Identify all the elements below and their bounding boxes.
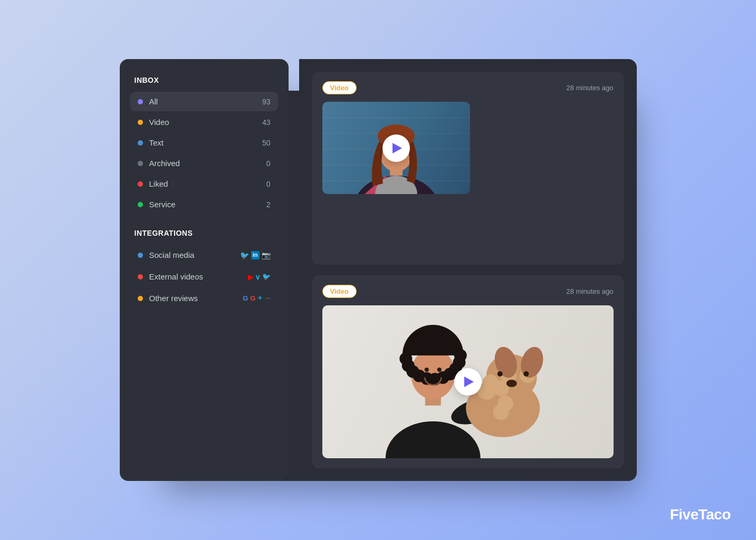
video-card-2-header: Video 28 minutes ago: [322, 285, 614, 298]
sidebar-item-service[interactable]: Service 2: [130, 195, 278, 214]
dot-all: [138, 99, 143, 104]
video-thumbnail-1[interactable]: [322, 102, 470, 194]
sidebar-item-video-label: Video: [149, 118, 262, 127]
sidebar-item-service-count: 2: [266, 200, 271, 209]
dot-liked: [138, 181, 143, 187]
linkedin-icon: in: [251, 251, 260, 259]
integrations-title: INTEGRATIONS: [130, 229, 278, 237]
google2-icon: G: [250, 294, 255, 302]
sidebar-item-external-videos[interactable]: External videos ▶ v 🐦: [130, 266, 278, 287]
sidebar-item-social-media[interactable]: Social media 🐦 in 📷: [130, 245, 278, 265]
sidebar-item-all-label: All: [149, 97, 262, 106]
sidebar-item-text-label: Text: [149, 138, 262, 147]
sidebar-item-liked-label: Liked: [149, 179, 266, 188]
more-icon: ···: [265, 294, 270, 302]
sidebar-item-archived-label: Archived: [149, 159, 266, 168]
dot-social-media: [138, 253, 143, 258]
time-ago-1: 28 minutes ago: [567, 84, 614, 92]
external-videos-label: External videos: [149, 272, 244, 281]
video-card-1: Video 28 minutes ago: [312, 72, 624, 265]
sidebar-item-other-reviews[interactable]: Other reviews G G ✈ ···: [130, 288, 278, 308]
video-card-1-header: Video 28 minutes ago: [322, 81, 614, 94]
other-reviews-label: Other reviews: [149, 294, 239, 303]
social-media-label: Social media: [149, 250, 236, 259]
sidebar-item-text[interactable]: Text 50: [130, 133, 278, 152]
send-icon: ✈: [257, 294, 263, 302]
brand-name: FiveTaco: [670, 506, 731, 523]
dot-video: [138, 120, 143, 125]
dot-other-reviews: [138, 296, 143, 301]
instagram-icon: 📷: [262, 251, 271, 259]
time-ago-2: 28 minutes ago: [567, 287, 614, 295]
play-button-2[interactable]: [454, 368, 482, 396]
sidebar-item-archived-count: 0: [266, 159, 271, 168]
sidebar-item-liked[interactable]: Liked 0: [130, 174, 278, 194]
sidebar-item-archived[interactable]: Archived 0: [130, 153, 278, 173]
social-media-icons: 🐦 in 📷: [240, 251, 271, 259]
video-card-2: Video 28 minutes ago: [312, 275, 624, 468]
sidebar-item-text-count: 50: [262, 139, 271, 147]
sidebar-item-service-label: Service: [149, 200, 266, 209]
video-thumbnail-2[interactable]: [322, 305, 614, 458]
play-button-1[interactable]: [382, 134, 410, 162]
vimeo-icon: v: [256, 273, 260, 281]
sidebar-item-video[interactable]: Video 43: [130, 112, 278, 132]
sidebar-item-all[interactable]: All 93: [130, 92, 278, 111]
sidebar-item-all-count: 93: [262, 98, 271, 106]
video-badge-1: Video: [322, 81, 357, 94]
inbox-items-list: All 93 Video 43 Text 50 Archived 0: [130, 92, 278, 214]
twitter2-icon: 🐦: [262, 273, 271, 281]
google1-icon: G: [243, 294, 248, 302]
external-video-icons: ▶ v 🐦: [248, 273, 271, 281]
dot-archived: [138, 161, 143, 166]
twitter-icon: 🐦: [240, 251, 249, 259]
sidebar: INBOX All 93 Video 43 Text 50: [120, 59, 289, 481]
main-content: Video 28 minutes ago Video 28 minutes ag…: [299, 59, 637, 481]
app-container: INBOX All 93 Video 43 Text 50: [120, 59, 637, 481]
inbox-title: INBOX: [130, 76, 278, 84]
youtube-icon: ▶: [248, 273, 254, 281]
dot-text: [138, 140, 143, 146]
play-triangle-1: [393, 143, 402, 153]
video-badge-2: Video: [322, 285, 357, 298]
sidebar-item-video-count: 43: [262, 118, 271, 127]
dot-service: [138, 202, 143, 207]
other-review-icons: G G ✈ ···: [243, 294, 270, 302]
sidebar-item-liked-count: 0: [266, 180, 271, 188]
play-triangle-2: [464, 377, 474, 387]
dot-external-videos: [138, 274, 143, 279]
